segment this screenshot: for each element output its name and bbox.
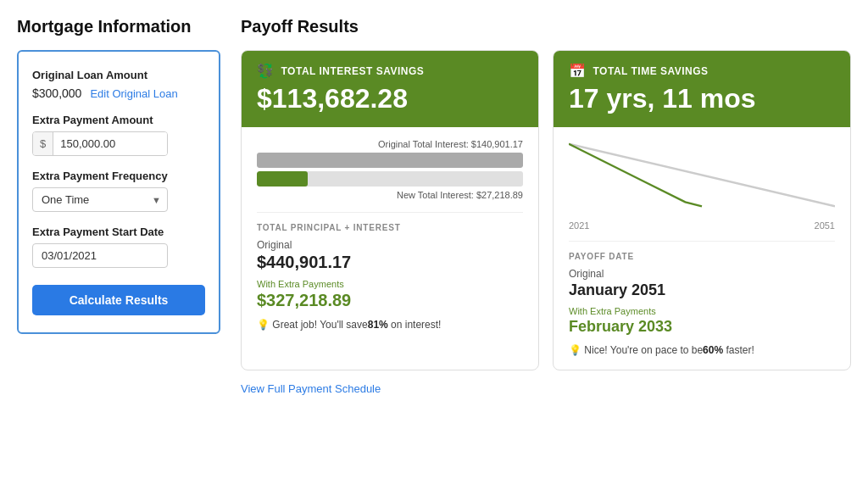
principal-extra-value: $327,218.89 [257, 291, 523, 310]
original-loan-label: Original Loan Amount [32, 69, 205, 81]
principal-original-value: $440,901.17 [257, 253, 523, 272]
tip-lightbulb-icon-2: 💡 [569, 344, 581, 356]
start-date-label: Extra Payment Start Date [32, 226, 205, 238]
original-bar-track [257, 153, 523, 168]
principal-extra-label: With Extra Payments [257, 279, 523, 289]
time-header-label-row: 📅 TOTAL TIME SAVINGS [569, 63, 835, 79]
interest-card-body: Original Total Interest: $140,901.17 New… [242, 127, 538, 344]
time-card-header: 📅 TOTAL TIME SAVINGS 17 yrs, 11 mos [554, 51, 850, 127]
time-card: 📅 TOTAL TIME SAVINGS 17 yrs, 11 mos [553, 50, 851, 370]
bar-label-top: Original Total Interest: $140,901.17 [257, 139, 523, 149]
frequency-label: Extra Payment Frequency [32, 170, 205, 182]
view-schedule-link[interactable]: View Full Payment Schedule [241, 382, 381, 395]
results-grid: 💱 TOTAL INTEREST SAVINGS $113,682.28 Ori… [241, 50, 851, 370]
divider-1 [257, 212, 523, 213]
line-chart-container [569, 139, 835, 215]
original-loan-value: $300,000 [32, 86, 81, 100]
bar-label-bottom: New Total Interest: $27,218.89 [257, 190, 523, 200]
payoff-extra-value: February 2033 [569, 318, 835, 336]
extra-payment-label: Extra Payment Amount [32, 114, 205, 126]
calendar-icon: 📅 [569, 63, 587, 79]
time-tip: 💡 Nice! You're on pace to be60% faster! [569, 344, 835, 356]
new-bar-fill [257, 171, 308, 187]
form-card: Original Loan Amount $300,000 Edit Origi… [17, 50, 220, 334]
chart-year-start: 2021 [569, 220, 589, 231]
extra-line [569, 144, 702, 207]
divider-2 [569, 241, 835, 242]
original-bar-fill [257, 153, 523, 168]
new-bar-track [257, 171, 523, 187]
principal-original-label: Original [257, 239, 523, 251]
interest-header-label: TOTAL INTEREST SAVINGS [281, 65, 425, 77]
loan-amount-row: $300,000 Edit Original Loan [32, 86, 205, 100]
chart-year-end: 2051 [815, 220, 835, 231]
original-line [569, 144, 835, 207]
time-header-value: 17 yrs, 11 mos [569, 84, 835, 114]
interest-header-value: $113,682.28 [257, 84, 523, 114]
extra-payment-group: Extra Payment Amount $ [32, 114, 205, 156]
left-panel: Mortgage Information Original Loan Amoun… [17, 17, 220, 395]
tip-bold: 81% [368, 319, 388, 331]
interest-card: 💱 TOTAL INTEREST SAVINGS $113,682.28 Ori… [241, 50, 539, 370]
right-panel: Payoff Results 💱 TOTAL INTEREST SAVINGS … [241, 17, 851, 395]
time-card-body: 2021 2051 PAYOFF DATE Original January 2… [554, 127, 850, 370]
extra-payment-input[interactable] [53, 132, 167, 155]
tip-lightbulb-icon: 💡 [257, 319, 270, 331]
principal-interest-title: TOTAL PRINCIPAL + INTEREST [257, 223, 523, 232]
left-panel-title: Mortgage Information [17, 17, 220, 36]
tip-text: Great job! You'll save [272, 319, 367, 331]
calculate-button[interactable]: Calculate Results [32, 285, 205, 315]
dollar-prefix: $ [33, 132, 53, 155]
time-tip-bold: 60% [703, 344, 723, 356]
line-chart-svg [569, 139, 835, 215]
original-loan-group: Original Loan Amount $300,000 Edit Origi… [32, 69, 205, 100]
edit-original-loan-link[interactable]: Edit Original Loan [90, 87, 177, 100]
frequency-select[interactable]: One Time Monthly Yearly [32, 187, 168, 212]
tip-suffix: on interest! [388, 319, 442, 331]
interest-icon: 💱 [257, 63, 275, 79]
payoff-original-label: Original [569, 268, 835, 280]
chart-year-labels: 2021 2051 [569, 220, 835, 231]
right-panel-title: Payoff Results [241, 17, 851, 36]
time-tip-suffix: faster! [723, 344, 754, 356]
bar-chart-area: Original Total Interest: $140,901.17 New… [257, 139, 523, 200]
interest-card-header: 💱 TOTAL INTEREST SAVINGS $113,682.28 [242, 51, 538, 127]
interest-header-label-row: 💱 TOTAL INTEREST SAVINGS [257, 63, 523, 79]
time-header-label: TOTAL TIME SAVINGS [593, 65, 709, 77]
frequency-select-wrapper: One Time Monthly Yearly ▼ [32, 187, 168, 212]
interest-tip: 💡 Great job! You'll save81% on interest! [257, 319, 523, 331]
start-date-input[interactable] [32, 243, 168, 268]
payoff-date-title: PAYOFF DATE [569, 252, 835, 261]
extra-payment-input-wrapper: $ [32, 131, 168, 156]
payoff-original-value: January 2051 [569, 281, 835, 299]
start-date-group: Extra Payment Start Date [32, 226, 205, 268]
time-tip-text: Nice! You're on pace to be [584, 344, 703, 356]
payoff-extra-label: With Extra Payments [569, 306, 835, 316]
frequency-group: Extra Payment Frequency One Time Monthly… [32, 170, 205, 212]
